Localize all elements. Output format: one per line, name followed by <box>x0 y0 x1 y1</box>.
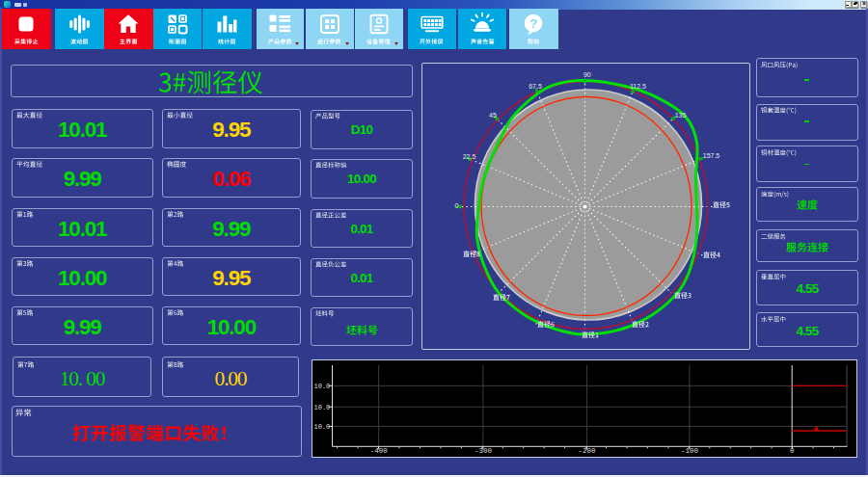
svg-text:22.5: 22.5 <box>463 153 476 160</box>
svg-text:157.5: 157.5 <box>703 152 720 159</box>
svg-text:0: 0 <box>455 202 459 209</box>
svg-text:-200: -200 <box>578 447 596 455</box>
svg-text:45: 45 <box>489 112 497 119</box>
svg-text:10.0: 10.0 <box>313 382 330 389</box>
svg-text:?: ? <box>529 16 537 31</box>
svg-text:90: 90 <box>583 71 591 78</box>
svg-text:67.5: 67.5 <box>529 83 542 90</box>
svg-text:-400: -400 <box>369 447 388 455</box>
svg-text:10.0: 10.0 <box>313 422 330 430</box>
svg-text:135: 135 <box>675 112 687 119</box>
svg-text:112.5: 112.5 <box>630 83 646 90</box>
svg-text:10.0: 10.0 <box>313 403 330 411</box>
svg-text:-100: -100 <box>680 447 698 455</box>
svg-text:-300: -300 <box>474 447 492 455</box>
svg-text:0: 0 <box>789 447 794 455</box>
